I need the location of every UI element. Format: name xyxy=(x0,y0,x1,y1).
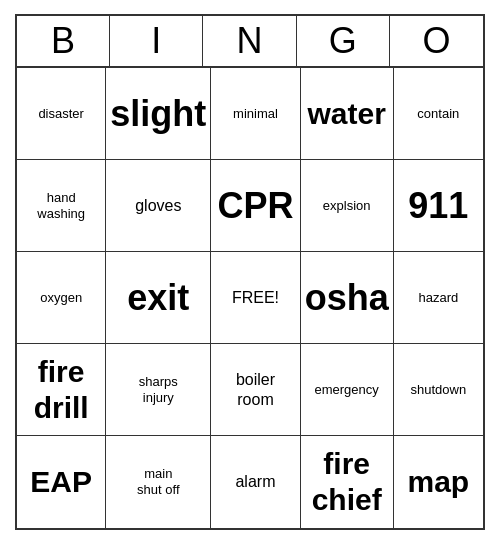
bingo-cell: osha xyxy=(301,252,394,344)
bingo-header-letter: G xyxy=(297,16,390,66)
cell-text: contain xyxy=(417,106,459,122)
cell-text: hand washing xyxy=(37,190,85,221)
bingo-cell: alarm xyxy=(211,436,300,528)
bingo-cell: sharps injury xyxy=(106,344,211,436)
cell-text: FREE! xyxy=(232,288,279,307)
bingo-header-letter: I xyxy=(110,16,203,66)
bingo-cell: minimal xyxy=(211,68,300,160)
bingo-cell: main shut off xyxy=(106,436,211,528)
cell-text: slight xyxy=(110,92,206,135)
cell-text: 911 xyxy=(408,184,468,227)
bingo-cell: EAP xyxy=(17,436,106,528)
cell-text: exit xyxy=(127,276,189,319)
cell-text: alarm xyxy=(235,472,275,491)
cell-text: sharps injury xyxy=(139,374,178,405)
bingo-cell: exit xyxy=(106,252,211,344)
cell-text: disaster xyxy=(38,106,84,122)
bingo-cell: fire drill xyxy=(17,344,106,436)
cell-text: water xyxy=(307,96,385,132)
cell-text: EAP xyxy=(30,464,92,500)
bingo-header: BINGO xyxy=(17,16,483,68)
cell-text: explsion xyxy=(323,198,371,214)
bingo-cell: hazard xyxy=(394,252,483,344)
bingo-cell: gloves xyxy=(106,160,211,252)
cell-text: gloves xyxy=(135,196,181,215)
bingo-cell: FREE! xyxy=(211,252,300,344)
bingo-cell: oxygen xyxy=(17,252,106,344)
bingo-cell: emergency xyxy=(301,344,394,436)
cell-text: main shut off xyxy=(137,466,179,497)
bingo-cell: slight xyxy=(106,68,211,160)
bingo-cell: contain xyxy=(394,68,483,160)
cell-text: shutdown xyxy=(411,382,467,398)
cell-text: map xyxy=(407,464,469,500)
bingo-header-letter: B xyxy=(17,16,110,66)
bingo-header-letter: N xyxy=(203,16,296,66)
bingo-card: BINGO disasterslightminimalwatercontainh… xyxy=(15,14,485,530)
bingo-cell: map xyxy=(394,436,483,528)
bingo-cell: shutdown xyxy=(394,344,483,436)
bingo-grid: disasterslightminimalwatercontainhand wa… xyxy=(17,68,483,528)
cell-text: osha xyxy=(305,276,389,319)
cell-text: minimal xyxy=(233,106,278,122)
cell-text: CPR xyxy=(217,184,293,227)
bingo-cell: boiler room xyxy=(211,344,300,436)
cell-text: fire drill xyxy=(34,354,89,426)
cell-text: boiler room xyxy=(236,370,275,408)
cell-text: hazard xyxy=(418,290,458,306)
bingo-cell: fire chief xyxy=(301,436,394,528)
cell-text: fire chief xyxy=(312,446,382,518)
cell-text: oxygen xyxy=(40,290,82,306)
bingo-cell: water xyxy=(301,68,394,160)
bingo-cell: 911 xyxy=(394,160,483,252)
bingo-cell: hand washing xyxy=(17,160,106,252)
cell-text: emergency xyxy=(315,382,379,398)
bingo-cell: CPR xyxy=(211,160,300,252)
bingo-cell: explsion xyxy=(301,160,394,252)
bingo-header-letter: O xyxy=(390,16,483,66)
bingo-cell: disaster xyxy=(17,68,106,160)
